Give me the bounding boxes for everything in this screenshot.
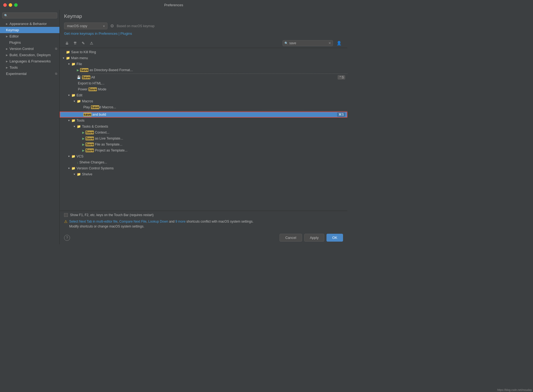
tree-area[interactable]: 📁 Save to Kill Ring ▼ 📁 Main menu ▼ 📁 Fi… (60, 48, 347, 211)
highlight-power-save: Save (88, 87, 97, 91)
sidebar-label-experimental: Experimental (6, 72, 27, 76)
filter-conflicts-btn[interactable]: ⇈ (72, 40, 78, 46)
search-icon: 🔍 (284, 42, 288, 45)
folder-icon-main: 📁 (66, 56, 70, 60)
tree-row-save-dir[interactable]: ▶ Save as Directory-Based Format... (60, 67, 347, 73)
touch-bar-checkbox[interactable] (64, 213, 68, 217)
tree-arrow-main: ▼ (62, 57, 65, 59)
tree-arrow-file: ▼ (67, 63, 71, 65)
cancel-button[interactable]: Cancel (280, 234, 302, 242)
tree-label-shelve-changes: Shelve Changes... (80, 160, 107, 164)
sidebar-search-icon: 🔍 (4, 14, 8, 17)
search-input[interactable] (289, 41, 327, 45)
tree-arrow-vcs: ▼ (67, 155, 71, 158)
tree-row-vcs-systems[interactable]: ▼ 📁 Version Control Systems (60, 165, 347, 171)
sidebar-item-experimental[interactable]: Experimental ⧉ (0, 71, 59, 77)
tree-row-save-proj-tmpl[interactable]: ▶ Save Project as Template... (60, 147, 347, 153)
separator-line (81, 74, 347, 74)
conflict-link-1[interactable]: Select Next Tab in multi-editor file (69, 220, 118, 223)
find-user-icon[interactable]: 👤 (335, 40, 343, 46)
window-controls (3, 3, 18, 7)
keymap-toolbar: ⇊ ⇈ ✎ ⚠ 🔍 ✕ 👤 (60, 39, 347, 48)
sidebar-item-tools[interactable]: ▶ Tools (0, 64, 59, 71)
tree-label-save-file-tmpl: Save File as Template... (85, 143, 122, 146)
conflict-text-2: Modify shortcuts or change macOS system … (69, 225, 144, 228)
tree-row-save-live[interactable]: ▶ Save as Live Template... (60, 135, 347, 141)
help-button[interactable]: ? (64, 235, 70, 241)
keymap-dropdown-wrapper: macOS copy ▼ (64, 23, 107, 29)
tree-row-play-macros[interactable]: Play Saved Macros... (60, 104, 347, 110)
sidebar-item-build[interactable]: ▶ Build, Execution, Deploym (0, 52, 59, 58)
tree-row-power-save[interactable]: Power Save Mode (60, 86, 347, 92)
conflict-text: Select Next Tab in multi-editor file, Co… (69, 219, 253, 229)
tree-row-vcs[interactable]: ▼ 📁 VCS (60, 153, 347, 159)
sidebar-arrow-tools: ▶ (6, 66, 8, 69)
conflict-link-3[interactable]: Lookup Down (148, 220, 168, 223)
sidebar-search-box[interactable]: 🔍 (2, 12, 57, 18)
shelve-icon: ↓ (77, 161, 78, 164)
minimize-button[interactable] (9, 3, 12, 7)
gear-icon[interactable]: ⚙ (110, 23, 114, 29)
sidebar-item-version-control[interactable]: ▶ Version Control ⧉ (0, 46, 59, 52)
close-button[interactable] (3, 3, 7, 7)
search-clear-icon[interactable]: ✕ (328, 41, 331, 45)
sidebar-item-editor[interactable]: ▶ Editor (0, 33, 59, 39)
tree-row-shelve-group[interactable]: ▼ 📁 Shelve (60, 171, 347, 177)
separator-line-2 (87, 111, 347, 111)
shortcut-save-build: ⌘S (337, 112, 345, 117)
tree-label-main-menu: Main menu (71, 56, 88, 60)
tree-row-save-context[interactable]: ▶ Save Context... (60, 129, 347, 135)
conflict-link-4[interactable]: 9 more (175, 220, 185, 223)
tree-row-export-html[interactable]: Export to HTML... (60, 80, 347, 86)
tree-row-edit[interactable]: ▼ 📁 Edit (60, 92, 347, 98)
tree-label-save-proj-tmpl: Save Project as Template... (85, 148, 128, 152)
sidebar: 🔍 ▶ Appearance & Behavior Keymap ▶ Edito… (0, 10, 60, 244)
highlight-save-ctx: Save (85, 131, 94, 134)
keymap-link-row: Get more keymaps in Preferences | Plugin… (64, 31, 343, 36)
get-more-keymaps-link[interactable]: Get more keymaps in Preferences | Plugin… (64, 31, 132, 36)
folder-icon-vcs-sys: 📁 (71, 166, 75, 170)
tree-arrow-edit: ▼ (67, 94, 71, 97)
tree-label-save-dir: Save as Directory-Based Format... (80, 68, 133, 72)
tree-row-save-file-tmpl[interactable]: ▶ Save File as Template... (60, 141, 347, 147)
apply-button[interactable]: Apply (304, 234, 325, 242)
edit-btn[interactable]: ✎ (80, 40, 86, 46)
tree-row-macros[interactable]: ▼ 📁 Macros (60, 98, 347, 104)
sidebar-item-plugins[interactable]: Plugins (0, 39, 59, 46)
keymap-controls: macOS copy ▼ ⚙ Based on macOS keymap (64, 23, 343, 29)
folder-icon-edit: 📁 (71, 93, 75, 97)
tree-label-power-save: Power Save Mode (78, 87, 106, 91)
sidebar-item-languages[interactable]: ▶ Languages & Frameworks (0, 58, 59, 64)
tree-row[interactable]: 📁 Save to Kill Ring (60, 49, 347, 55)
sidebar-item-keymap[interactable]: Keymap (0, 27, 59, 33)
keymap-based-on-label: Based on macOS keymap (117, 24, 154, 28)
tree-row-save-build[interactable]: save and build ⌘S (60, 112, 347, 118)
title-bar: Preferences (0, 0, 347, 10)
warning-filter-btn[interactable]: ⚠ (88, 40, 95, 46)
highlight-save-live: Save (85, 137, 94, 140)
copy-icon-experimental: ⧉ (55, 72, 57, 75)
tree-row-file[interactable]: ▼ 📁 File (60, 61, 347, 67)
sidebar-item-appearance-behavior[interactable]: ▶ Appearance & Behavior (0, 21, 59, 27)
tree-label-save-all: Save All (82, 75, 95, 79)
keymap-preset-dropdown[interactable]: macOS copy (64, 23, 107, 29)
ok-button[interactable]: OK (326, 234, 343, 242)
highlight-play-save: Save (91, 105, 99, 109)
tree-label-tasks: Tasks & Contexts (82, 125, 108, 128)
filter-used-btn[interactable]: ⇊ (64, 40, 70, 46)
sidebar-search-input[interactable] (9, 14, 55, 17)
tree-row-save-all[interactable]: 💾 Save All ⌃S (60, 74, 347, 80)
tree-label-save-build: save and build (83, 113, 106, 116)
content-area: Keymap macOS copy ▼ ⚙ Based on macOS key… (60, 10, 347, 244)
tree-row-shelve[interactable]: ↓ Shelve Changes... (60, 159, 347, 165)
tree-label-file: File (77, 62, 82, 66)
maximize-button[interactable] (14, 3, 18, 7)
window-title: Preferences (164, 3, 183, 7)
conflict-link-2[interactable]: Compare Next File (119, 220, 147, 223)
bottom-area: Show F1, F2, etc. keys on the Touch Bar … (60, 211, 347, 231)
tree-row-tools-group[interactable]: ▼ 📁 Tools (60, 118, 347, 124)
folder-icon-tasks: 📁 (77, 125, 81, 128)
tree-row-tasks[interactable]: ▼ 📁 Tasks & Contexts (60, 124, 347, 129)
sidebar-label-appearance-behavior: Appearance & Behavior (9, 22, 47, 26)
tree-row-main-menu[interactable]: ▼ 📁 Main menu (60, 55, 347, 61)
